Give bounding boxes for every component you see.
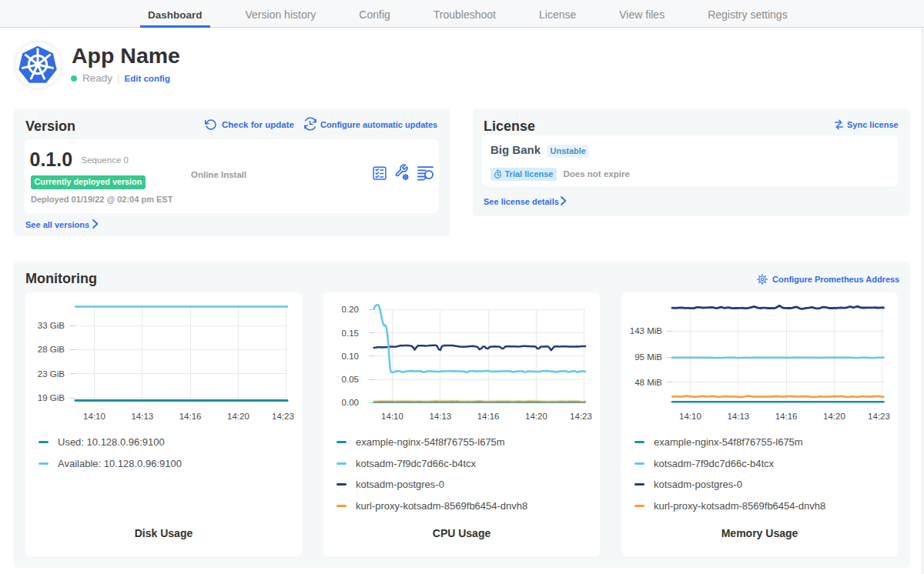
svg-text:48 MiB: 48 MiB: [634, 378, 662, 387]
svg-text:0.20: 0.20: [342, 305, 359, 314]
svg-text:14:23: 14:23: [570, 412, 592, 421]
svg-text:14:16: 14:16: [477, 412, 500, 421]
svg-text:14:23: 14:23: [868, 412, 890, 421]
svg-text:0.15: 0.15: [342, 329, 359, 338]
svg-text:28 GiB: 28 GiB: [38, 345, 65, 354]
svg-text:0.05: 0.05: [342, 375, 359, 384]
svg-text:33 GiB: 33 GiB: [38, 321, 65, 330]
svg-text:14:16: 14:16: [179, 412, 202, 421]
svg-text:23 GiB: 23 GiB: [38, 369, 65, 379]
svg-text:14:10: 14:10: [381, 412, 403, 421]
svg-text:14:23: 14:23: [272, 412, 294, 421]
svg-text:95 MiB: 95 MiB: [634, 352, 662, 362]
svg-text:14:20: 14:20: [525, 412, 547, 421]
svg-text:143 MiB: 143 MiB: [630, 326, 663, 335]
svg-text:14:10: 14:10: [679, 412, 701, 421]
svg-text:14:20: 14:20: [227, 412, 249, 421]
svg-text:14:20: 14:20: [823, 412, 845, 421]
svg-text:14:13: 14:13: [727, 412, 749, 421]
svg-text:14:10: 14:10: [83, 412, 105, 421]
svg-text:0.00: 0.00: [342, 398, 359, 407]
svg-text:14:16: 14:16: [775, 412, 798, 421]
svg-text:19 GiB: 19 GiB: [38, 393, 65, 402]
svg-text:14:13: 14:13: [131, 412, 153, 421]
svg-text:14:13: 14:13: [429, 412, 451, 421]
svg-text:0.10: 0.10: [342, 352, 359, 361]
